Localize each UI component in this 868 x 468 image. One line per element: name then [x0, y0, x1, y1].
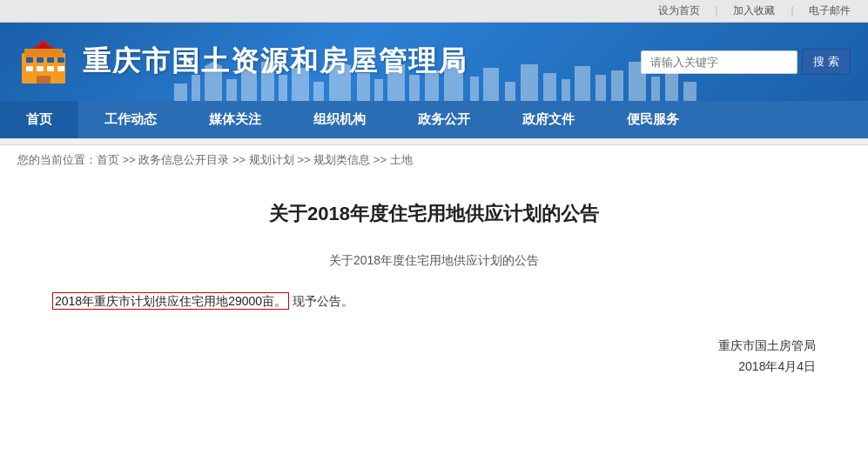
- breadcrumb: 您的当前位置：首页 >> 政务信息公开目录 >> 规划计划 >> 规划类信息 >…: [0, 145, 868, 175]
- top-utility-bar: 设为首页 ｜ 加入收藏 ｜ 电子邮件: [0, 0, 868, 23]
- svg-rect-6: [26, 66, 33, 71]
- article-content: 关于2018年度住宅用地供应计划的公告 关于2018年度住宅用地供应计划的公告 …: [0, 175, 868, 410]
- svg-rect-35: [521, 64, 538, 101]
- svg-rect-39: [595, 75, 606, 101]
- site-header: 重庆市国土资源和房屋管理局: [0, 23, 868, 101]
- article-body: 2018年重庆市计划供应住宅用地29000亩。 现予公告。: [52, 291, 816, 312]
- add-bookmark-link[interactable]: 加入收藏: [733, 4, 775, 17]
- nav-item-docs[interactable]: 政府文件: [496, 101, 601, 138]
- section-divider: [0, 138, 868, 145]
- svg-rect-34: [505, 82, 515, 101]
- svg-rect-8: [47, 66, 54, 71]
- nav-item-home[interactable]: 首页: [0, 101, 78, 138]
- svg-rect-21: [292, 68, 309, 101]
- svg-rect-30: [444, 62, 463, 101]
- svg-rect-9: [57, 66, 64, 71]
- svg-rect-20: [279, 75, 287, 101]
- svg-rect-19: [261, 62, 274, 101]
- site-logo-icon: [17, 36, 70, 88]
- svg-rect-33: [483, 68, 499, 101]
- svg-rect-41: [629, 62, 646, 101]
- svg-marker-24: [326, 62, 353, 66]
- highlighted-text: 2018年重庆市计划供应住宅用地29000亩。: [52, 292, 289, 310]
- svg-rect-28: [409, 75, 420, 101]
- svg-rect-37: [562, 79, 570, 101]
- svg-rect-26: [374, 79, 383, 101]
- footer-org: 重庆市国土房管局: [52, 338, 816, 354]
- svg-rect-29: [425, 70, 439, 101]
- svg-rect-10: [37, 76, 50, 84]
- svg-rect-2: [26, 57, 33, 63]
- svg-rect-23: [329, 66, 351, 101]
- svg-rect-32: [470, 77, 479, 101]
- svg-rect-4: [47, 57, 54, 63]
- nav-item-service[interactable]: 便民服务: [601, 101, 705, 138]
- article-title: 关于2018年度住宅用地供应计划的公告: [52, 192, 816, 236]
- set-homepage-link[interactable]: 设为首页: [658, 4, 700, 17]
- svg-rect-7: [37, 66, 44, 71]
- svg-rect-18: [241, 70, 257, 101]
- svg-rect-36: [543, 73, 556, 101]
- email-link[interactable]: 电子邮件: [809, 4, 851, 17]
- nav-item-media[interactable]: 媒体关注: [183, 101, 287, 138]
- footer-date: 2018年4月4日: [52, 359, 816, 375]
- svg-rect-38: [575, 66, 590, 101]
- nav-item-work[interactable]: 工作动态: [78, 101, 183, 138]
- svg-marker-16: [205, 62, 222, 66]
- svg-rect-43: [665, 68, 678, 101]
- svg-rect-15: [205, 66, 222, 101]
- svg-rect-25: [357, 73, 370, 101]
- svg-rect-40: [611, 70, 623, 101]
- svg-rect-27: [387, 64, 405, 101]
- svg-rect-3: [37, 57, 44, 63]
- nav-item-org[interactable]: 组织机构: [287, 101, 392, 138]
- svg-rect-5: [57, 57, 64, 63]
- svg-marker-31: [444, 57, 463, 62]
- svg-rect-44: [683, 82, 696, 101]
- svg-rect-17: [226, 79, 237, 101]
- skyline-decoration: [174, 57, 696, 101]
- svg-rect-13: [174, 84, 187, 101]
- svg-rect-42: [651, 77, 660, 101]
- main-nav: 首页 工作动态 媒体关注 组织机构 政务公开 政府文件 便民服务: [0, 101, 868, 138]
- svg-rect-14: [192, 75, 200, 101]
- nav-item-affairs[interactable]: 政务公开: [392, 101, 496, 138]
- svg-rect-22: [313, 82, 324, 101]
- body-suffix: 现予公告。: [293, 294, 353, 308]
- article-subtitle: 关于2018年度住宅用地供应计划的公告: [52, 253, 816, 269]
- svg-rect-1: [24, 49, 63, 57]
- search-button[interactable]: 搜 索: [802, 49, 851, 75]
- article-footer: 重庆市国土房管局 2018年4月4日: [52, 338, 816, 375]
